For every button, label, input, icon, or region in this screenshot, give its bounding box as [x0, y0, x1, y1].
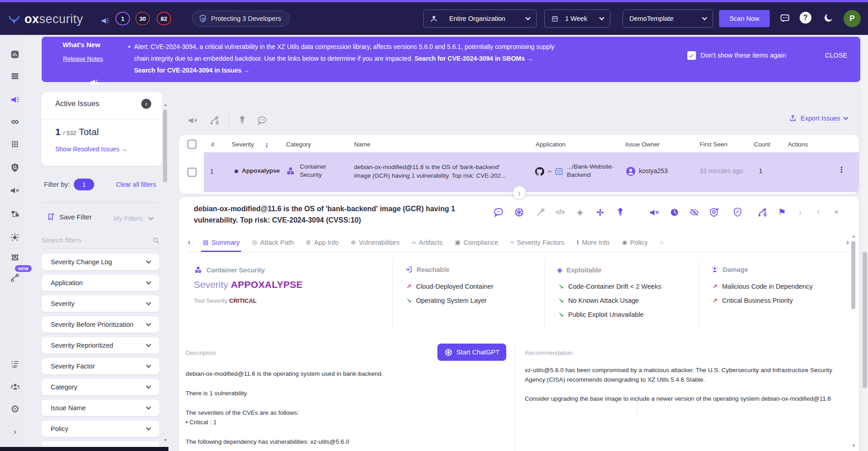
bulk-mute-icon[interactable] [188, 115, 198, 126]
tab-severity-factors[interactable]: ≈Severity Factors [510, 233, 564, 252]
jira-icon[interactable] [615, 207, 626, 218]
col-header-severity[interactable]: Severity [232, 141, 254, 148]
scroll-up-arrow[interactable]: ▲ [163, 102, 168, 107]
comment-icon[interactable] [493, 207, 504, 218]
sidebar-expand-chevron-icon[interactable]: › [10, 426, 20, 437]
collapse-panel-button[interactable]: ‹ [141, 99, 151, 109]
bulk-pr-icon[interactable] [209, 115, 220, 126]
sidebar-policies-list-icon[interactable] [10, 359, 20, 369]
banner-close-button[interactable]: CLOSE [825, 52, 847, 59]
filter-application[interactable]: Application [42, 275, 159, 291]
sidebar-applications-icon[interactable] [10, 139, 20, 150]
snooze-clock-icon[interactable] [669, 207, 680, 218]
chatgpt-icon[interactable] [513, 207, 524, 218]
help-icon[interactable]: ? [800, 12, 811, 24]
scroll-down-arrow[interactable]: ▼ [163, 438, 168, 442]
tabs-scroll-right-icon[interactable]: › [846, 238, 849, 247]
my-filters-dropdown[interactable]: My Filters [113, 214, 153, 222]
col-header-first-seen[interactable]: First Seen [700, 141, 728, 148]
detail-scroll-down-arrow[interactable]: ▼ [852, 443, 856, 448]
sidebar-org-hierarchy-icon[interactable] [10, 209, 20, 219]
filter-scrollbar-thumb[interactable] [163, 110, 167, 182]
table-row[interactable]: 1 Appoxalypse ContainerSecurity debian-o… [204, 152, 859, 192]
flag-issue-icon[interactable]: ⚑ [777, 207, 787, 218]
detail-scrollbar-thumb[interactable] [851, 241, 855, 309]
tab-more-info[interactable]: ℹMore Info [576, 233, 609, 252]
filter-severity[interactable]: Severity [42, 296, 159, 312]
period-selector-dropdown[interactable]: 1 Week [544, 10, 610, 28]
auto-fix-wand-icon[interactable] [535, 207, 546, 218]
previous-issue-icon[interactable]: ↑ [813, 207, 824, 218]
filter-severity-factor[interactable]: Severity Factor [42, 358, 159, 374]
search-sboms-link[interactable]: Search for CVE-2024-3094 in SBOMs → [414, 55, 532, 62]
show-resolved-link[interactable]: Show Resolved Issues → [55, 145, 128, 153]
hide-eye-off-icon[interactable] [689, 207, 700, 218]
row-actions-kebab-icon[interactable]: ⋮ [838, 165, 845, 175]
severity-sort-icon[interactable]: ▲▼ [265, 142, 269, 148]
dont-show-checkbox[interactable]: ✓ [687, 51, 696, 60]
sidebar-security-scan-icon[interactable] [10, 162, 20, 173]
bulk-jira-icon[interactable] [237, 115, 248, 126]
tab-attack-path[interactable]: ◎Attack Path [252, 233, 294, 252]
sidebar-kanban-icon[interactable] [10, 252, 20, 263]
bulk-comment-icon[interactable] [257, 115, 267, 126]
notification-badge-purple[interactable]: 1 [115, 12, 130, 25]
notification-badge-red[interactable]: 82 [157, 12, 171, 25]
col-header-name[interactable]: Name [354, 141, 370, 148]
col-header-issue-owner[interactable]: Issue Owner [625, 141, 660, 148]
start-chatgpt-button[interactable]: Start ChatGPT [437, 344, 506, 361]
code-snippet-icon[interactable]: </> [555, 207, 566, 218]
filter-severity-change-log[interactable]: Severity Change Log [42, 254, 159, 270]
search-issues-link[interactable]: Search for CVE-2024-3094 in Issues → [134, 67, 249, 74]
panel-resize-handle[interactable]: ↕ [513, 186, 526, 199]
col-header-count[interactable]: Count [754, 141, 770, 148]
template-selector-dropdown[interactable]: DemoTemplate [623, 10, 713, 28]
feedback-chat-icon[interactable] [780, 13, 790, 24]
filter-severity-reprioritized[interactable]: Severity Reprioritized [42, 337, 159, 354]
tab-artifacts[interactable]: ‹›Artifacts [412, 233, 442, 252]
sidebar-dashboard-icon[interactable] [10, 49, 20, 60]
col-header-application[interactable]: Application [536, 141, 566, 148]
create-pr-icon[interactable] [757, 207, 767, 218]
announcements-icon[interactable] [101, 16, 110, 25]
dark-mode-moon-icon[interactable] [823, 12, 834, 23]
select-all-checkbox[interactable] [187, 140, 197, 149]
tab-compliance[interactable]: ▣Compliance [455, 233, 498, 252]
tab-summary[interactable]: ▤Summary [203, 233, 240, 252]
sidebar-reports-icon[interactable] [10, 71, 20, 82]
ox-security-logo[interactable]: oxsecurity [7, 12, 83, 26]
filter-category[interactable]: Category [42, 379, 159, 395]
sidebar-pipeline-icon[interactable]: ∞ [10, 116, 20, 127]
clear-all-filters-link[interactable]: Clear all filters [116, 181, 156, 188]
sidebar-muted-alerts-icon[interactable] [10, 185, 20, 196]
tab-app-info[interactable]: ≣App Info [306, 233, 339, 252]
tab-vulnerabilities[interactable]: ⊕Vulnerabilities [351, 233, 400, 252]
close-detail-icon[interactable]: × [831, 207, 842, 218]
mute-issue-icon[interactable] [649, 207, 660, 218]
user-avatar[interactable]: P [844, 10, 861, 27]
col-header-num[interactable]: # [211, 141, 215, 148]
filter-policy[interactable]: Policy [42, 421, 159, 437]
next-issue-icon[interactable]: ↓ [795, 207, 806, 218]
sidebar-issues-icon[interactable] [10, 94, 20, 105]
col-header-category[interactable]: Category [286, 141, 311, 148]
sidebar-settings-gear-icon[interactable]: ⚙ [10, 404, 20, 415]
false-positive-icon[interactable] [709, 207, 719, 218]
release-notes-link[interactable]: Release Notes [63, 55, 103, 62]
filter-issue-name[interactable]: Issue Name [42, 400, 159, 416]
protecting-developers-pill[interactable]: Protecting 3 Developers [192, 10, 290, 27]
bitbucket-icon[interactable]: ◈ [575, 207, 585, 218]
sidebar-insights-icon[interactable] [10, 232, 20, 242]
save-filter-button[interactable]: Save Filter [47, 213, 92, 221]
row-checkbox[interactable] [187, 168, 197, 177]
filter-severity-before-prioritization[interactable]: Severity Before Prioritization [42, 316, 159, 333]
policy-exclude-icon[interactable] [732, 207, 743, 218]
sidebar-team-icon[interactable] [10, 381, 20, 392]
detail-scroll-up-arrow[interactable]: ▲ [852, 234, 856, 238]
sidebar-git-posture-icon[interactable] [10, 272, 20, 283]
tab-policy[interactable]: ◉Policy [622, 233, 647, 252]
scan-now-button[interactable]: Scan Now [719, 10, 770, 27]
notification-badge-orange[interactable]: 30 [135, 12, 150, 25]
page-scrollbar-track[interactable] [862, 35, 868, 451]
tabs-scroll-left-icon[interactable]: ‹ [188, 238, 191, 247]
